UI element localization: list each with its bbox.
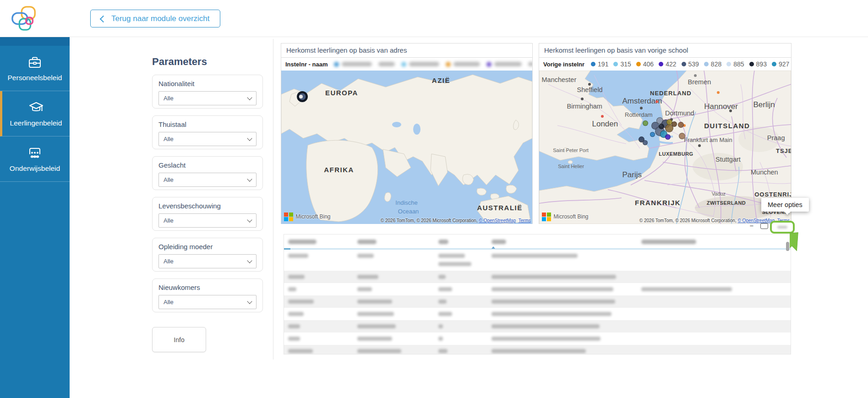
school-bubble[interactable] <box>643 140 648 145</box>
city-dot <box>640 107 643 109</box>
school-bubble[interactable] <box>679 133 685 139</box>
filter-card-levensbeschouwing: Levensbeschouwing Alle <box>152 197 263 231</box>
table-cell-redacted <box>288 349 313 353</box>
map1-cluster-marker[interactable] <box>296 91 308 103</box>
bing-logo: Microsoft Bing <box>284 213 331 222</box>
table-cell-redacted <box>288 287 296 291</box>
sidebar-item-personeelsbeleid[interactable]: Personeelsbeleid <box>0 46 70 91</box>
briefcase-icon <box>27 55 42 70</box>
legend-item-redacted[interactable] <box>378 62 395 66</box>
chevron-down-icon <box>247 217 252 222</box>
city-dot <box>698 144 701 147</box>
legend-value: 539 <box>688 60 699 68</box>
table-row <box>284 320 791 333</box>
more-options-button-highlighted[interactable] <box>770 221 795 234</box>
filter-select-geslacht[interactable]: Alle <box>158 173 257 187</box>
legend-item[interactable]: 406 <box>636 60 654 68</box>
europe-map[interactable]: ManchesterSheffieldBirminghamLondenAmste… <box>539 71 791 224</box>
table-header-redacted <box>491 240 506 244</box>
legend-item-redacted[interactable] <box>401 62 439 67</box>
legend-value: 315 <box>620 60 631 68</box>
school-bubble[interactable] <box>678 122 684 128</box>
legend-item[interactable]: 828 <box>704 60 721 68</box>
filter-select-thuistaal[interactable]: Alle <box>158 132 257 146</box>
openstreetmap-link[interactable]: © OpenStreetMap <box>479 218 516 223</box>
table-scrollbar[interactable] <box>786 242 789 251</box>
visual-title: Herkomst leerlingen op basis van vorige … <box>539 44 791 58</box>
filter-card-nieuwkomers: Nieuwkomers Alle <box>152 278 263 312</box>
filter-select-nieuwkomers[interactable]: Alle <box>158 295 257 309</box>
sidebar-item-leerlingenbeleid[interactable]: Leerlingenbeleid <box>0 91 70 136</box>
terms-link[interactable]: Terms <box>519 218 531 223</box>
sidebar-item-label: Onderwijsbeleid <box>10 164 60 173</box>
school-bubble[interactable] <box>665 134 671 140</box>
legend-item[interactable]: 315 <box>613 60 631 68</box>
filter-label: Opleiding moeder <box>158 243 257 251</box>
legend-item[interactable]: 893 <box>749 60 767 68</box>
legend-item-redacted[interactable] <box>446 62 480 67</box>
school-bubble[interactable] <box>659 124 664 129</box>
table-cell-redacted <box>438 254 465 258</box>
legend-2: Vorige instelnr 191315406422539828885893… <box>539 58 791 71</box>
europe-map-canvas <box>539 71 791 224</box>
redacted-text <box>528 62 532 66</box>
sort-indicator-icon <box>491 246 495 249</box>
filter-select-opleiding-moeder[interactable]: Alle <box>158 254 257 268</box>
zoom-out-button[interactable]: − <box>748 222 755 229</box>
app-root: Terug naar module overzicht Personeelsbe… <box>0 0 868 398</box>
legend-item-redacted[interactable] <box>334 62 372 67</box>
visual-title: Herkomst leerlingen op basis van adres <box>281 44 532 58</box>
world-map[interactable]: EUROPAAZIËAFRIKAAUSTRALIËIndischeOceaan … <box>281 71 532 224</box>
legend-title: Vorige instelnr <box>543 61 584 68</box>
map-attribution: © 2026 TomTom, © 2026 Microsoft Corporat… <box>381 218 531 223</box>
legend-dot <box>591 62 595 66</box>
legend-value: 191 <box>598 60 608 68</box>
sidebar: Personeelsbeleid Leerlingenbeleid Onder <box>0 37 70 398</box>
chevron-down-icon <box>247 95 252 100</box>
table-cell-redacted <box>491 349 586 353</box>
legend-dot <box>613 62 618 66</box>
world-map-canvas <box>281 71 532 224</box>
top-bar: Terug naar module overzicht <box>0 0 868 37</box>
legend-item[interactable]: 539 <box>682 60 699 68</box>
report-page-edge <box>273 39 273 360</box>
filter-selected-value: Alle <box>164 258 174 265</box>
table-row <box>284 271 791 283</box>
table-row <box>284 250 791 271</box>
legend-dot <box>446 62 451 67</box>
bing-logo: Microsoft Bing <box>542 213 589 222</box>
legend-item[interactable]: 422 <box>659 60 676 68</box>
filter-label: Thuistaal <box>158 120 257 128</box>
sidebar-item-label: Leerlingenbeleid <box>10 119 62 127</box>
legend-item-redacted[interactable] <box>528 62 532 66</box>
map-attribution: © 2026 TomTom, © 2026 Microsoft Corporat… <box>639 218 790 223</box>
info-button[interactable]: Info <box>152 327 206 352</box>
legend-title: Instelnr - naam <box>285 61 328 68</box>
report-canvas: Herkomst leerlingen op basis van adres I… <box>273 37 868 398</box>
filter-select-nationaliteit[interactable]: Alle <box>158 91 257 105</box>
openstreetmap-link[interactable]: © OpenStreetMap <box>737 218 775 223</box>
sidebar-item-onderwijsbeleid[interactable]: Onderwijsbeleid <box>0 136 70 182</box>
graduation-cap-icon <box>28 100 44 115</box>
legend-item[interactable]: 885 <box>726 60 744 68</box>
school-bubble[interactable] <box>643 120 648 126</box>
filter-card-nationaliteit: Nationaliteit Alle <box>152 75 263 109</box>
legend-dot <box>486 62 491 67</box>
school-bubble[interactable] <box>671 121 677 127</box>
table-header-redacted <box>641 240 696 244</box>
table-cell-redacted <box>438 324 443 328</box>
legend-value: 406 <box>643 60 654 68</box>
focus-mode-icon[interactable] <box>760 223 768 229</box>
filter-label: Geslacht <box>158 161 257 169</box>
visual-herkomst-adres: Herkomst leerlingen op basis van adres I… <box>281 43 533 224</box>
filter-select-levensbeschouwing[interactable]: Alle <box>158 213 257 228</box>
legend-item[interactable]: 191 <box>591 60 608 68</box>
legend-item-redacted[interactable] <box>486 62 522 67</box>
table-cell-redacted <box>438 349 448 353</box>
tooltip-meer-opties: Meer opties <box>761 198 809 212</box>
school-bubble[interactable] <box>650 132 655 137</box>
redacted-text <box>342 62 372 66</box>
legend-1: Instelnr - naam <box>281 58 532 71</box>
legend-item[interactable]: 927 <box>772 60 789 68</box>
back-to-modules-button[interactable]: Terug naar module overzicht <box>90 10 220 27</box>
